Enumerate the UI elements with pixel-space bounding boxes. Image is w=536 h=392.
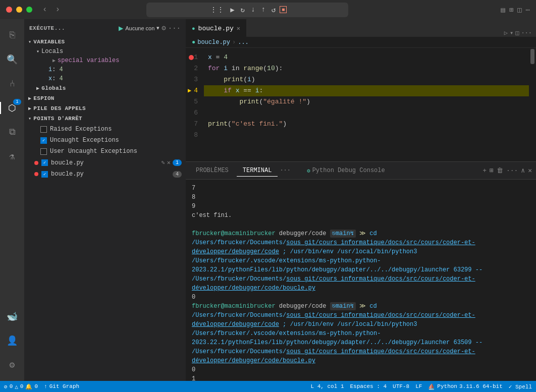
status-position[interactable]: L 4, col 1	[310, 383, 344, 390]
nav-back-button[interactable]: ‹	[40, 4, 49, 15]
editor-tab-boucle[interactable]: ● boucle.py ✕	[186, 19, 246, 37]
file-close-icon-1[interactable]: ✕	[167, 159, 171, 166]
status-spaces[interactable]: Espaces : 4	[350, 383, 387, 390]
file-checkbox-1[interactable]	[41, 159, 48, 166]
sidebar: EXÉCUTE... ▶ Aucune con ▾ ⚙ ··· ▾ VARIAB…	[24, 19, 186, 381]
debug-step-into-button[interactable]: ↑	[259, 5, 267, 15]
tab-run-dropdown-icon[interactable]: ▾	[510, 29, 513, 37]
terminal-tab-bar: PROBLÈMES TERMINAL ··· ⚙ Python Debug Co…	[186, 162, 536, 180]
sidebar-more-icon[interactable]: ···	[168, 24, 181, 32]
add-terminal-icon[interactable]: +	[483, 167, 487, 175]
raised-exceptions-item: Raised Exceptions	[24, 124, 186, 135]
activity-accounts-icon[interactable]: 👤	[0, 328, 24, 353]
status-language[interactable]: ⛵ Python 3.11.6 64-bit	[428, 383, 502, 390]
activity-debug-icon[interactable]: ⬡ 1	[0, 96, 24, 120]
debug-step-over-button[interactable]: ↓	[249, 5, 257, 15]
status-bar-right: L 4, col 1 Espaces : 4 UTF-8 LF ⛵ Python…	[310, 383, 532, 390]
panel-close-icon[interactable]: ✕	[528, 166, 532, 175]
user-uncaught-exceptions-item: User Uncaught Exceptions	[24, 146, 186, 157]
tab-more-icon[interactable]: ···	[521, 30, 532, 37]
debug-restart-button[interactable]: ↻	[239, 5, 247, 15]
activity-docker-icon[interactable]: 🐋	[0, 304, 24, 328]
breadcrumb-file[interactable]: ●	[192, 39, 195, 46]
run-dropdown-icon: ▾	[156, 25, 159, 31]
terminal-more-tabs-icon[interactable]: ···	[280, 167, 291, 174]
file-checkbox-2[interactable]	[41, 171, 48, 178]
file-item-2[interactable]: boucle.py 4	[24, 169, 186, 180]
info-count: 0	[34, 383, 38, 389]
terminal-content[interactable]: 7 8 9 c'est fini. fbrucker@macminibrucke…	[186, 180, 536, 381]
debug-continue-button[interactable]: ▶	[228, 5, 236, 15]
breadcrumb-dots[interactable]: ...	[238, 39, 249, 46]
sidebar-settings-icon[interactable]: ⚙	[162, 24, 166, 32]
status-errors[interactable]: ⊘ 0 △ 0 🔔 0	[4, 383, 38, 390]
status-spell[interactable]: ✓ Spell	[509, 383, 532, 390]
split-terminal-icon[interactable]: ⊞	[490, 166, 494, 175]
globals-section[interactable]: ▶ Globals	[24, 83, 186, 93]
term-line-7: 7	[192, 184, 530, 193]
special-variables-item[interactable]: ▶ special variables	[32, 56, 186, 65]
locals-header[interactable]: ▾ Locals	[32, 47, 186, 56]
breadcrumb-filename[interactable]: boucle.py	[197, 39, 230, 46]
panel-collapse-icon[interactable]: ∧	[521, 166, 525, 175]
activity-search-icon[interactable]: 🔍	[0, 47, 24, 72]
code-content[interactable]: x = 4 for i in range(10): print(i) if x …	[204, 48, 529, 161]
tab-problemes[interactable]: PROBLÈMES	[190, 165, 235, 176]
debug-console-tab[interactable]: ⚙ Python Debug Console	[301, 165, 391, 176]
code-line-8	[204, 130, 529, 141]
term-cmd-line-2: fbrucker@macminibrucker debugger/code ⎋m…	[192, 302, 530, 365]
nav-forward-button[interactable]: ›	[53, 4, 63, 15]
activity-extensions-icon[interactable]: ⧉	[0, 120, 24, 144]
maximize-window-button[interactable]	[26, 7, 32, 13]
variables-label: VARIABLES	[33, 39, 65, 45]
activity-source-control-icon[interactable]: ⑃	[0, 72, 24, 96]
tab-close-icon[interactable]: ✕	[237, 25, 240, 32]
warning-count: 0	[20, 383, 24, 389]
pile-appels-section[interactable]: ▶ PILE DES APPELS	[24, 103, 186, 114]
close-window-button[interactable]	[6, 7, 12, 13]
points-arret-section[interactable]: ▾ POINTS D'ARRÊT	[24, 114, 186, 124]
debug-step-back-button[interactable]: ↺	[270, 5, 278, 15]
code-line-3: print(i)	[204, 74, 529, 85]
status-git[interactable]: ↑ Git Graph	[44, 383, 79, 389]
delete-terminal-icon[interactable]: 🗑	[497, 167, 503, 175]
split-editor-icon[interactable]: ◫	[517, 6, 521, 14]
raised-exceptions-label: Raised Exceptions	[50, 126, 112, 133]
more-icon[interactable]: ⋯	[526, 6, 530, 14]
editor-scrollbar[interactable]	[529, 48, 536, 161]
terminal-more-icon[interactable]: ···	[506, 167, 518, 175]
sidebar-header: EXÉCUTE... ▶ Aucune con ▾ ⚙ ···	[24, 19, 186, 37]
minimize-window-button[interactable]	[16, 7, 22, 13]
activity-settings-icon[interactable]: ⚙	[0, 353, 24, 377]
file-item-1[interactable]: boucle.py ✎ ✕ 1	[24, 157, 186, 169]
status-line-ending[interactable]: LF	[415, 383, 422, 390]
tab-split-icon[interactable]: ◫	[515, 29, 519, 37]
term-line-8: 8	[192, 193, 530, 202]
user-uncaught-exceptions-checkbox[interactable]	[40, 148, 47, 155]
term-line-empty-1	[192, 220, 530, 229]
globals-arrow-icon: ▶	[36, 85, 39, 91]
editor-area: ● boucle.py ✕ ▷ ▾ ◫ ··· ● boucle.py › ..…	[186, 19, 536, 381]
code-line-2: for i in range(10):	[204, 63, 529, 74]
run-config-button[interactable]: ▶ Aucune con ▾	[119, 25, 159, 32]
raised-exceptions-checkbox[interactable]	[40, 126, 47, 133]
layout-icon[interactable]: ⊞	[509, 6, 513, 14]
globals-label: Globals	[41, 85, 66, 91]
debug-stop-button[interactable]: ■	[280, 6, 287, 13]
activity-explorer-icon[interactable]: ⎘	[0, 23, 24, 47]
breadcrumb: ● boucle.py › ...	[186, 37, 536, 48]
toggle-sidebar-icon[interactable]: ▤	[501, 6, 505, 14]
uncaught-exceptions-checkbox[interactable]	[40, 137, 47, 144]
tab-terminal[interactable]: TERMINAL	[237, 165, 278, 177]
line-number-8: 8	[188, 130, 202, 141]
espion-section[interactable]: ▶ ESPION	[24, 93, 186, 103]
spell-label: ✓ Spell	[509, 383, 532, 390]
tab-run-icon[interactable]: ▷	[504, 29, 508, 37]
python-file-icon: ●	[192, 26, 195, 32]
git-branch-label: Git Graph	[49, 383, 79, 389]
file-edit-icon-1[interactable]: ✎	[162, 159, 165, 166]
line-number-4: ▶ 4	[188, 85, 202, 96]
status-encoding[interactable]: UTF-8	[393, 383, 409, 390]
variables-section[interactable]: ▾ VARIABLES	[24, 37, 186, 47]
activity-test-icon[interactable]: ⚗	[0, 144, 24, 169]
